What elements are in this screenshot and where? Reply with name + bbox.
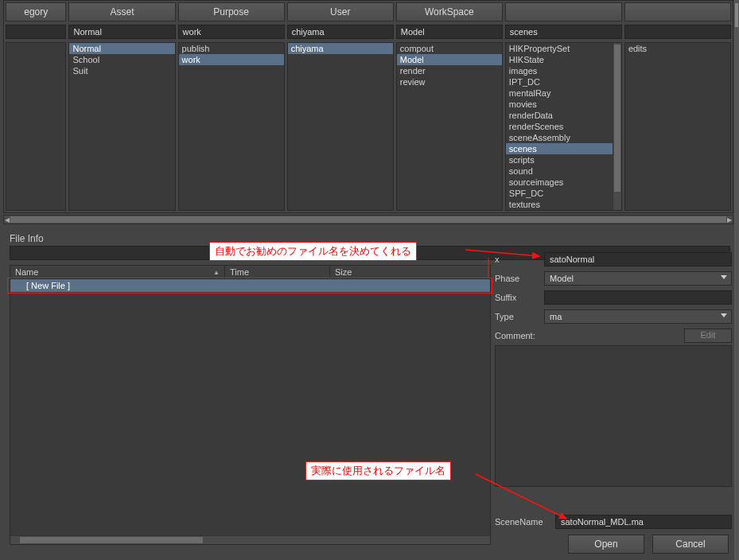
col-field[interactable]: Normal [68,25,175,39]
scenename-input[interactable]: satoNormal_MDL.ma [555,515,732,529]
phase-label: Phase [495,274,544,283]
col-header-time[interactable]: Time [225,266,330,278]
col-list[interactable]: HIKPropertySet HIKState images IPT_DC me… [505,42,622,211]
list-item[interactable]: School [69,54,174,65]
suffix-input[interactable] [544,290,732,305]
col-field[interactable] [624,25,731,39]
col-field[interactable]: chiyama [287,25,394,39]
chevron-down-icon [721,313,727,317]
col-header[interactable]: WorkSpace [396,2,503,21]
list-item[interactable]: publish [179,43,284,54]
col-list[interactable]: chiyama [287,42,394,211]
list-item[interactable]: movies [506,99,621,110]
list-item[interactable]: review [397,76,502,88]
list-item[interactable]: edits [625,43,730,54]
prefix-label: x [495,255,544,264]
scroll-left-icon[interactable]: ◀ [4,216,10,224]
file-table: Name ▲ Time Size [ New File ] [10,265,491,545]
col-header[interactable]: User [287,2,394,21]
prefix-input[interactable]: satoNormal [544,252,732,266]
list-item[interactable]: HIKState [506,54,621,65]
type-label: Type [495,312,544,321]
list-item[interactable]: work [179,54,284,65]
phase-select[interactable]: Model [544,271,732,286]
phase-value: Model [550,274,574,283]
edit-comment-button[interactable]: Edit [684,329,732,343]
chevron-down-icon [721,275,727,279]
list-item[interactable]: HIKPropertySet [506,43,621,54]
list-item[interactable]: Model [397,54,502,65]
comment-label: Comment: [495,331,535,340]
col-field[interactable]: Model [396,25,503,39]
col-header[interactable] [624,2,731,21]
browser-col-subdir: scenes HIKPropertySet HIKState images IP… [505,2,622,211]
col-list[interactable]: compout Model render review [396,42,503,211]
scrollbar-horizontal[interactable] [10,535,490,544]
table-row-new-file[interactable]: [ New File ] [10,279,490,292]
list-item[interactable]: sourceimages [506,177,621,188]
scroll-right-icon[interactable]: ▶ [726,216,733,224]
list-item[interactable]: renderScenes [506,121,621,132]
list-item[interactable]: textures [506,199,621,210]
list-item[interactable]: Normal [69,43,174,54]
list-item[interactable]: IPT_DC [506,76,621,88]
col-header-text: Name [15,267,38,277]
suffix-label: Suffix [495,293,544,302]
fileinfo-form: x satoNormal Phase Model Suffix Type ma … [495,251,732,487]
sort-asc-icon: ▲ [213,269,220,276]
list-item[interactable]: scripts [506,154,621,165]
browser-col-workspace: WorkSpace Model compout Model render rev… [396,2,503,211]
list-item[interactable]: Suit [69,65,174,76]
browser-panel: egory Asset Normal Normal School Suit Pu… [3,0,733,213]
col-list[interactable]: Normal School Suit [68,42,175,211]
col-header-name[interactable]: Name ▲ [10,266,225,278]
list-item[interactable]: images [506,65,621,76]
browser-col-purpose: Purpose work publish work [178,2,285,211]
list-item[interactable]: render [397,65,502,76]
annotation-auto-suggest: 自動でお勧めのファイル名を決めてくれる [209,242,417,261]
annotation-actual-name: 実際に使用されるファイル名 [305,461,451,480]
col-header[interactable] [505,2,622,21]
file-table-body[interactable]: [ New File ] [10,279,491,545]
col-field[interactable]: scenes [505,25,622,39]
cancel-button[interactable]: Cancel [652,535,729,554]
scenename-row: SceneName satoNormal_MDL.ma [495,515,732,529]
col-list[interactable] [6,42,66,211]
browser-col-user: User chiyama chiyama [287,2,394,211]
file-table-header: Name ▲ Time Size [10,265,491,279]
list-item[interactable]: sceneAssembly [506,132,621,143]
fileinfo-label: File Info [10,233,44,244]
list-item[interactable]: mentalRay [506,88,621,99]
list-item[interactable]: sound [506,165,621,177]
scrollbar-horizontal[interactable]: ◀ ▶ [3,215,733,224]
type-value: ma [550,312,562,321]
col-header[interactable]: Asset [68,2,175,21]
list-item[interactable]: compout [397,43,502,54]
col-field[interactable] [6,25,66,39]
list-item[interactable]: SPF_DC [506,188,621,199]
browser-col-category: egory [6,2,66,211]
col-list[interactable]: publish work [178,42,285,211]
browser-col-asset: Asset Normal Normal School Suit [68,2,175,211]
comment-box[interactable] [495,345,732,487]
scrollbar-vertical[interactable] [613,43,621,210]
col-field[interactable]: work [178,25,285,39]
list-item[interactable]: renderData [506,110,621,121]
type-select[interactable]: ma [544,309,732,324]
col-list[interactable]: edits [624,42,731,211]
browser-col-leaf: edits [624,2,731,211]
list-item[interactable]: chiyama [288,43,393,54]
col-header[interactable]: Purpose [178,2,285,21]
col-header[interactable]: egory [6,2,66,21]
scrollbar-vertical[interactable] [734,0,739,560]
list-item[interactable]: scenes [506,143,621,154]
scenename-label: SceneName [495,517,555,527]
col-header-size[interactable]: Size [330,266,490,278]
open-button[interactable]: Open [568,535,644,554]
